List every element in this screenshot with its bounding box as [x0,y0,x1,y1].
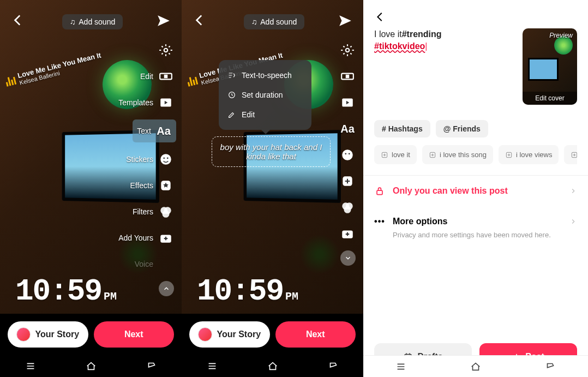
edit-option[interactable]: Edit [219,105,311,124]
plant-shape [298,230,341,279]
svg-point-5 [163,157,165,159]
back-nav-icon[interactable] [146,360,158,372]
rail-collapse[interactable] [159,281,174,296]
settings-tool[interactable] [337,41,358,59]
hashtags-chip[interactable]: # Hashtags [374,120,430,137]
time-overlay: 10:59 PM [197,274,298,309]
stickers-icon [159,152,173,166]
home-icon[interactable] [85,360,97,372]
back-button[interactable] [11,13,28,31]
next-button[interactable]: Next [275,321,356,348]
time-suffix: PM [104,290,117,303]
rail-expand[interactable] [340,250,356,266]
svg-point-10 [163,211,170,218]
tts-icon [227,71,236,80]
home-icon[interactable] [470,361,482,373]
chevron-right-icon [569,187,577,195]
edit-clip-icon [159,69,173,83]
back-button[interactable] [193,13,210,31]
menu-icon[interactable] [206,360,218,372]
suggestion-chip[interactable]: i love views [499,145,559,164]
preview-thumbnail[interactable]: Preview Edit cover [523,28,577,105]
your-story-button[interactable]: Your Story [189,321,270,348]
suggestion-row: love it i love this song i love views i … [374,145,577,164]
lock-icon [374,185,385,196]
edit-tool[interactable] [337,67,358,86]
equalizer-icon [5,75,16,86]
privacy-row[interactable]: Only you can view this post [374,176,577,206]
suggestion-chip[interactable]: i love this song [422,145,493,164]
bottom-actions: Your Story Next [182,314,363,355]
next-label: Next [124,330,143,339]
text-label: Text [137,127,151,135]
filters-tool[interactable] [337,198,358,217]
voice-tool[interactable]: Voice [133,255,176,273]
back-button[interactable] [374,11,386,23]
templates-tool[interactable]: Templates [116,93,176,112]
tool-rail-compact: Aa [337,41,358,266]
back-nav-icon[interactable] [544,361,556,373]
tts-option[interactable]: Text-to-speech [219,65,311,85]
music-note-icon: ♫ [251,17,257,26]
filters-icon [159,205,173,219]
text-tool[interactable]: Aa [337,119,358,138]
effects-tool[interactable]: Effects [128,176,176,195]
sugg-label: i love this song [440,151,487,159]
templates-tool[interactable] [337,93,358,112]
text-aa-icon: Aa [339,121,356,137]
more-subtext: Privacy and more settings have been move… [393,230,577,240]
stickers-tool[interactable]: Stickers [124,150,176,169]
your-story-label: Your Story [35,330,79,339]
add-yours-tool[interactable] [337,224,358,243]
add-sound-button[interactable]: ♫ Add sound [244,14,304,29]
duration-option[interactable]: Set duration [219,85,311,105]
thumb-monitor [528,58,559,81]
svg-point-4 [160,154,171,165]
your-story-button[interactable]: Your Story [8,321,88,348]
svg-point-23 [344,206,351,213]
add-sound-button[interactable]: ♫ Add sound [62,14,123,29]
time-text: 10:59 [197,274,283,309]
caption-input[interactable]: I love it#trending #tiktokvideo| [374,28,515,105]
camera-plus-icon [340,226,355,241]
effects-tool[interactable] [337,172,358,190]
menu-icon[interactable] [25,360,37,372]
chip-row: # Hashtags @ Friends [374,120,577,137]
suggestion-chip[interactable]: love it [374,145,417,164]
text-caret: | [425,41,427,51]
equalizer-icon [187,75,198,86]
filters-icon [340,200,355,214]
add-yours-label: Add Yours [118,234,153,242]
add-sound-label: Add sound [79,17,115,26]
voice-label: Voice [135,260,153,268]
tool-rail: Edit Templates Text Aa Stickers Effects … [116,41,176,296]
preview-label: Preview [549,32,573,39]
send-button[interactable] [338,14,352,30]
hashtag-1: #trending [402,29,442,39]
edit-cover-button[interactable]: Edit cover [523,92,577,105]
gear-icon [340,43,355,57]
suggestion-chip[interactable]: i e [564,145,577,164]
post-header [363,0,588,23]
friends-chip[interactable]: @ Friends [436,120,488,137]
send-button[interactable] [157,14,171,30]
settings-tool[interactable] [155,41,176,59]
text-tool[interactable]: Text Aa [133,119,176,142]
edit-tool[interactable]: Edit [138,67,176,86]
filters-tool[interactable]: Filters [130,202,176,221]
svg-point-13 [346,49,350,52]
next-button[interactable]: Next [94,321,175,348]
avatar [198,327,212,342]
stickers-tool[interactable] [337,146,358,164]
text-content: boy with your hat back and I kinda like … [220,142,322,161]
menu-icon[interactable] [395,361,407,373]
back-arrow-icon [11,13,25,27]
text-overlay[interactable]: boy with your hat back and I kinda like … [212,136,331,167]
effects-icon [340,174,355,188]
add-yours-tool[interactable]: Add Yours [116,229,176,247]
home-icon[interactable] [267,360,279,372]
back-nav-icon[interactable] [327,360,339,372]
caption-row: I love it#trending #tiktokvideo| Preview… [374,28,577,105]
time-suffix: PM [285,290,298,303]
editor-panel-1: ♫ Add sound Love Me Like You Mean It Kel… [0,0,182,377]
